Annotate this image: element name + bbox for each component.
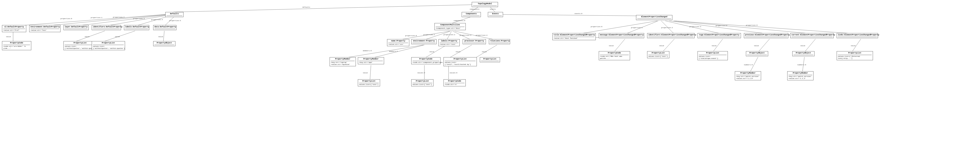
node-message-epc: message:ElementPropertiesChangedProperty	[599, 33, 644, 38]
svg-text:properties:4: properties:4	[151, 19, 163, 20]
node-environment-default-property: environment:DefaultProperty +value:str='…	[29, 25, 60, 32]
svg-line-71	[662, 39, 675, 52]
node-element-properties-changed: ElementPropertiesChanged	[636, 15, 672, 20]
node-property-member-curr: PropertyMember +key:str='patch_version' …	[787, 71, 813, 80]
node-property-member-prev: PropertyMember +key:str='patch_version' …	[735, 71, 761, 80]
svg-line-69	[614, 39, 625, 52]
svg-text:value: value	[115, 36, 120, 38]
node-property-object-curr: PropertyObject	[792, 51, 815, 56]
node-identifiers-default-property: identifiers:DefaultProperty	[92, 25, 121, 30]
svg-line-8	[43, 14, 167, 26]
svg-line-83	[802, 57, 804, 72]
node-property-code-2: PropertyCode +code:str='component.proper…	[411, 57, 441, 64]
svg-line-20	[73, 31, 105, 42]
svg-text:properties:1: properties:1	[91, 17, 102, 19]
node-property-list-5: PropertyList values:list=['test']	[411, 79, 433, 86]
node-identifiers-epc: identifiers:ElementPropertiesChangedProp…	[647, 33, 695, 38]
svg-text:components:0: components:0	[453, 20, 465, 22]
node-layer-default-property: layer:DefaultProperty	[64, 25, 89, 30]
svg-line-22	[102, 31, 135, 42]
svg-text:value: value	[456, 51, 460, 53]
svg-line-42	[425, 45, 447, 58]
node-component-multiline: ComponentMultiline +component_type:str='…	[434, 23, 466, 30]
node-title-epc: title:ElementPropertiesChangedProperty +…	[552, 33, 596, 40]
diagram-container: defaults components events properties:0 …	[0, 0, 980, 154]
svg-text:value: value	[754, 45, 759, 47]
svg-line-64	[669, 21, 770, 34]
svg-line-24	[163, 31, 164, 42]
node-property-list-4: PropertyList	[480, 57, 500, 62]
svg-text:members:0: members:0	[363, 50, 372, 52]
svg-text:properties:6: properties:6	[746, 24, 757, 26]
svg-text:events:0: events:0	[574, 13, 582, 14]
svg-line-30	[423, 31, 450, 40]
svg-text:events: events	[490, 8, 496, 10]
svg-text:properties:5: properties:5	[169, 20, 181, 22]
diagram-lines: defaults components events properties:0 …	[0, 0, 980, 154]
svg-line-12	[105, 14, 172, 26]
node-property-list-id: PropertyList values:list=['test']	[647, 51, 669, 58]
node-sl-default-property: sl:DefaultProperty +value:str='Prof'	[2, 25, 26, 32]
svg-line-66	[673, 21, 816, 34]
node-environment-property: environment:Property	[411, 39, 436, 44]
svg-line-44	[449, 45, 472, 58]
svg-text:properties:0: properties:0	[591, 26, 602, 28]
node-processor-property: processor:Property	[463, 39, 486, 44]
svg-text:properties:3: properties:3	[460, 35, 471, 36]
node-events: Events	[488, 12, 503, 17]
svg-text:properties:0: properties:0	[405, 35, 417, 36]
svg-line-10	[75, 14, 170, 26]
node-property-list-tags: PropertyList values:list=['statietopo:ev…	[698, 51, 728, 60]
svg-line-0	[173, 5, 484, 12]
svg-text:properties:3: properties:3	[689, 26, 701, 28]
svg-text:value: value	[363, 72, 368, 74]
svg-text:properties:2: properties:2	[444, 34, 455, 36]
svg-text:value: value	[6, 36, 11, 38]
svg-text:properties:1: properties:1	[631, 27, 643, 28]
node-labels-default-property: labels:DefaultProperty	[124, 25, 149, 30]
node-links-epc: links:ElementPropertiesChangedProperty	[837, 33, 878, 38]
svg-text:properties:1: properties:1	[423, 34, 435, 36]
svg-line-77	[804, 39, 816, 52]
node-property-member-1: PropertyMember +key:str='toprop' +value:…	[329, 57, 356, 66]
node-data-default-property: data:DefaultProperty	[153, 25, 177, 30]
svg-line-75	[758, 39, 770, 52]
node-property-object-prev: PropertyObject	[746, 51, 768, 56]
node-name-property: name:Property +value:str='xxx'	[387, 39, 409, 46]
svg-text:properties:3: properties:3	[133, 18, 145, 19]
svg-line-54	[502, 14, 657, 16]
svg-text:values:0: values:0	[417, 72, 425, 74]
node-current-epc: current:ElementPropertiesChangedProperty	[790, 33, 834, 38]
node-previous-epc: previous:ElementPropertiesChangedPropert…	[744, 33, 788, 38]
svg-text:properties:2: properties:2	[661, 27, 673, 28]
svg-line-48	[370, 65, 371, 80]
node-components: Components	[462, 12, 481, 17]
svg-line-36	[455, 31, 497, 40]
svg-line-68	[675, 21, 861, 34]
node-property-list-3: PropertyList values:list=['test2','test3…	[444, 57, 477, 66]
node-property-list-member: PropertyList values:list=['test']	[358, 79, 380, 86]
node-defaults: Defaults	[165, 12, 183, 17]
svg-line-62	[665, 21, 723, 34]
svg-line-38	[343, 45, 423, 58]
svg-text:numbers:0: numbers:0	[797, 64, 806, 66]
svg-text:values:0: values:0	[450, 72, 457, 74]
node-property-code-3: PropertyCode +code:str='e'	[444, 79, 466, 86]
node-property-object-1: PropertyObject	[153, 41, 175, 46]
svg-text:value: value	[158, 36, 163, 38]
node-topology-model: TopologyModel	[472, 2, 498, 7]
svg-text:value: value	[851, 45, 856, 47]
node-property-list-2: PropertyList values:list=['withoutquotes…	[92, 41, 125, 50]
svg-line-46	[475, 45, 497, 58]
svg-text:properties:0: properties:0	[60, 18, 72, 19]
node-tags-epc: tags:ElementPropertiesChangedProperty	[698, 33, 741, 38]
svg-line-81	[750, 57, 758, 72]
node-property-member-2: PropertyMember +key:str='mym'	[358, 57, 384, 64]
svg-line-34	[453, 31, 472, 40]
svg-line-58	[625, 21, 658, 34]
node-relations-property: relations:Property	[489, 39, 510, 44]
svg-text:value: value	[800, 45, 805, 47]
svg-text:value: value	[609, 45, 614, 47]
svg-text:properties:5: properties:5	[716, 25, 727, 27]
svg-line-40	[371, 45, 425, 58]
